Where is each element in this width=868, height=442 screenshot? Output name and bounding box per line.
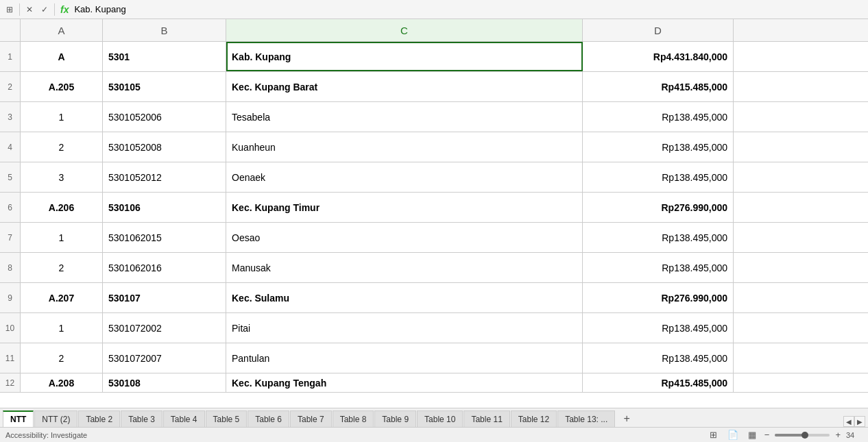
tab-table7[interactable]: Table 7 [290, 410, 332, 427]
row-num-header [0, 19, 21, 41]
cell-a[interactable]: A.208 [21, 373, 103, 392]
divider [19, 3, 20, 16]
status-bar: Accessibility: Investigate ⊞ 📄 ▦ − + 34 [0, 427, 868, 442]
plus-zoom[interactable]: + [835, 430, 841, 440]
col-header-c[interactable]: C [226, 19, 583, 41]
tab-table5[interactable]: Table 5 [206, 410, 248, 427]
cell-b[interactable]: 5301052008 [103, 132, 226, 162]
cell-d[interactable]: Rp138.495,000 [583, 102, 734, 132]
cell-b[interactable]: 5301072002 [103, 313, 226, 343]
page-break-btn[interactable]: ▦ [745, 430, 759, 441]
tab-ntt[interactable]: NTT [3, 410, 34, 427]
row-number: 5 [0, 162, 21, 192]
tab-table6[interactable]: Table 6 [248, 410, 289, 427]
formula-expand-icon[interactable]: ⊞ [3, 3, 16, 16]
col-header-b[interactable]: B [103, 19, 226, 41]
tab-table13[interactable]: Table 13: ... [557, 410, 615, 427]
tab-table10[interactable]: Table 10 [417, 410, 463, 427]
tab-scroll-right[interactable]: ▶ [854, 416, 865, 427]
cell-d[interactable]: Rp138.495,000 [583, 343, 734, 373]
tab-table12[interactable]: Table 12 [511, 410, 557, 427]
cell-b[interactable]: 530107 [103, 283, 226, 312]
cell-c[interactable]: Kuanheun [226, 132, 583, 162]
cell-a[interactable]: 2 [21, 132, 103, 162]
cell-c[interactable]: Pitai [226, 313, 583, 343]
row-number: 11 [0, 343, 21, 373]
cell-c[interactable]: Kec. Kupang Timur [226, 193, 583, 222]
confirm-icon[interactable]: ✓ [38, 3, 51, 16]
fx-label: fx [60, 4, 69, 15]
cell-d[interactable]: Rp138.495,000 [583, 253, 734, 282]
divider2 [54, 3, 55, 16]
table-row: 1125301072007PantulanRp138.495,000 [0, 343, 868, 373]
cell-b[interactable]: 5301052012 [103, 162, 226, 192]
cell-b[interactable]: 530106 [103, 193, 226, 222]
cell-d[interactable]: Rp4.431.840,000 [583, 42, 734, 71]
tab-table4[interactable]: Table 4 [163, 410, 205, 427]
cell-a[interactable]: 1 [21, 223, 103, 252]
cell-c[interactable]: Kec. Kupang Tengah [226, 373, 583, 392]
table-row: 1015301072002PitaiRp138.495,000 [0, 313, 868, 343]
tab-scroll-buttons: ◀ ▶ [843, 416, 865, 427]
tab-table9[interactable]: Table 9 [374, 410, 416, 427]
cell-a[interactable]: A.206 [21, 193, 103, 222]
tab-table3[interactable]: Table 3 [121, 410, 162, 427]
cell-a[interactable]: 1 [21, 102, 103, 132]
row-number: 6 [0, 193, 21, 222]
formula-bar-icons: ⊞ ✕ ✓ fx [3, 3, 71, 16]
table-body: 1A5301Kab. KupangRp4.431.840,0002A.20553… [0, 42, 868, 408]
cell-d[interactable]: Rp138.495,000 [583, 223, 734, 252]
cell-b[interactable]: 5301062016 [103, 253, 226, 282]
tab-table11[interactable]: Table 11 [463, 410, 509, 427]
cell-d[interactable]: Rp415.485,000 [583, 373, 734, 392]
cell-d[interactable]: Rp276.990,000 [583, 193, 734, 222]
table-row: 825301062016ManusakRp138.495,000 [0, 253, 868, 283]
cell-c[interactable]: Kec. Sulamu [226, 283, 583, 312]
normal-view-btn[interactable]: ⊞ [707, 430, 721, 441]
cell-d[interactable]: Rp138.495,000 [583, 132, 734, 162]
cell-d[interactable]: Rp415.485,000 [583, 72, 734, 101]
cancel-icon[interactable]: ✕ [23, 3, 36, 16]
tab-ntt2[interactable]: NTT (2) [34, 410, 77, 427]
cell-b[interactable]: 530108 [103, 373, 226, 392]
col-header-d[interactable]: D [583, 19, 734, 41]
zoom-level: 34 [846, 431, 863, 439]
cell-b[interactable]: 530105 [103, 72, 226, 101]
cell-d[interactable]: Rp138.495,000 [583, 313, 734, 343]
tab-table2[interactable]: Table 2 [78, 410, 120, 427]
cell-c[interactable]: Manusak [226, 253, 583, 282]
cell-c[interactable]: Kec. Kupang Barat [226, 72, 583, 101]
cell-a[interactable]: A.207 [21, 283, 103, 312]
tab-scroll-left[interactable]: ◀ [843, 416, 854, 427]
minus-zoom[interactable]: − [764, 430, 770, 440]
cell-c[interactable]: Oenaek [226, 162, 583, 192]
row-number: 8 [0, 253, 21, 282]
cell-a[interactable]: 1 [21, 313, 103, 343]
tab-table8[interactable]: Table 8 [333, 410, 374, 427]
table-row: 9A.207530107Kec. SulamuRp276.990,000 [0, 283, 868, 313]
formula-input[interactable] [74, 4, 865, 14]
table-row: 315301052006TesabelaRp138.495,000 [0, 102, 868, 132]
formula-bar: ⊞ ✕ ✓ fx [0, 0, 868, 19]
cell-d[interactable]: Rp138.495,000 [583, 162, 734, 192]
cell-a[interactable]: A.205 [21, 72, 103, 101]
cell-c[interactable]: Pantulan [226, 343, 583, 373]
cell-b[interactable]: 5301062015 [103, 223, 226, 252]
add-sheet-button[interactable]: + [618, 410, 635, 427]
cell-a[interactable]: A [21, 42, 103, 71]
cell-a[interactable]: 3 [21, 162, 103, 192]
cell-a[interactable]: 2 [21, 253, 103, 282]
row-number: 1 [0, 42, 21, 71]
col-header-a[interactable]: A [21, 19, 103, 41]
zoom-slider[interactable] [775, 434, 830, 437]
cell-d[interactable]: Rp276.990,000 [583, 283, 734, 312]
column-headers: A B C D [0, 19, 868, 42]
cell-c[interactable]: Tesabela [226, 102, 583, 132]
cell-b[interactable]: 5301052006 [103, 102, 226, 132]
cell-b[interactable]: 5301072007 [103, 343, 226, 373]
cell-b[interactable]: 5301 [103, 42, 226, 71]
page-view-btn[interactable]: 📄 [726, 430, 740, 441]
cell-a[interactable]: 2 [21, 343, 103, 373]
cell-c[interactable]: Kab. Kupang [226, 42, 583, 71]
cell-c[interactable]: Oesao [226, 223, 583, 252]
